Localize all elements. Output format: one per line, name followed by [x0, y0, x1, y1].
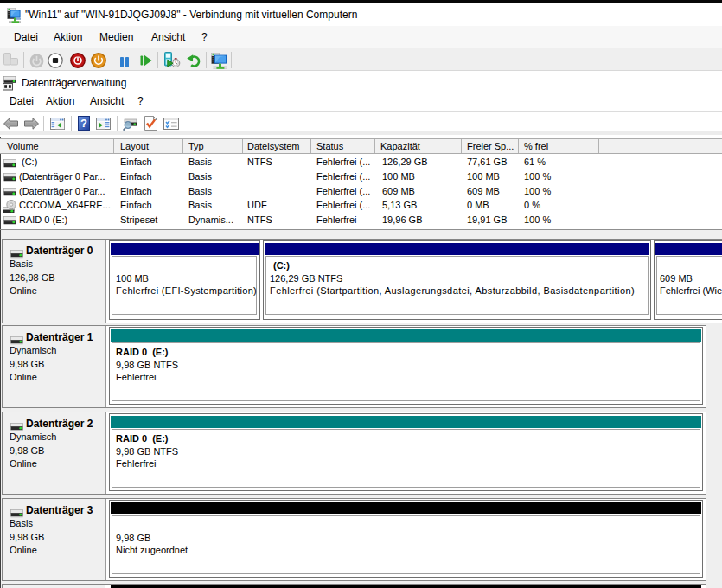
svg-text:?: ?	[80, 117, 87, 130]
